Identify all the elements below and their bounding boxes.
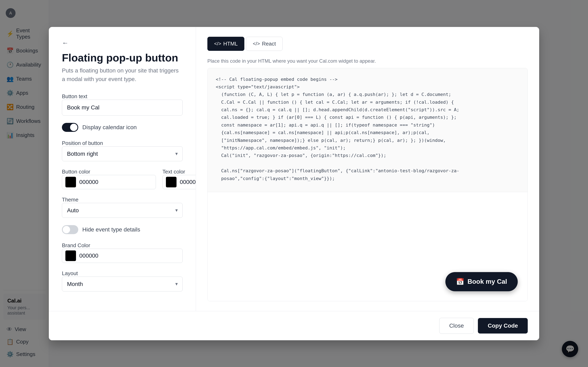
modal: ← Floating pop-up button Puts a floating… — [49, 27, 539, 340]
app-background: A ⚡ Event Types 📅 Bookings 🕐 Availabilit… — [0, 0, 588, 367]
theme-label: Theme — [62, 197, 78, 203]
position-label: Position of button — [62, 140, 103, 146]
layout-label: Layout — [62, 270, 78, 276]
modal-overlay[interactable]: ← Floating pop-up button Puts a floating… — [0, 0, 588, 367]
modal-subtitle: Puts a floating button on your site that… — [62, 66, 183, 83]
button-color-label: Button color — [62, 169, 90, 175]
html-tab-icon: </> — [214, 41, 221, 47]
display-calendar-icon-row: Display calendar icon — [62, 123, 183, 132]
text-color-label: Text color — [162, 169, 185, 175]
button-color-field: Button color — [62, 169, 156, 189]
floating-button-label: Book my Cal — [468, 278, 507, 285]
brand-color-field: Brand Color — [62, 242, 183, 263]
text-color-input[interactable] — [180, 179, 196, 185]
right-panel: </> HTML </> React Place this code in yo… — [196, 27, 539, 311]
back-icon: ← — [62, 39, 68, 47]
back-button[interactable]: ← — [62, 39, 183, 47]
theme-select-wrapper: Auto Light Dark ▾ — [62, 203, 183, 218]
button-color-swatch[interactable] — [65, 177, 76, 187]
tab-row: </> HTML </> React — [207, 37, 528, 51]
button-text-label: Button text — [62, 93, 87, 100]
copy-code-button[interactable]: Copy Code — [478, 318, 528, 334]
button-color-input[interactable] — [79, 179, 153, 185]
hide-event-label: Hide event type details — [82, 226, 140, 233]
react-tab-icon: </> — [253, 41, 260, 47]
modal-body: ← Floating pop-up button Puts a floating… — [49, 27, 539, 311]
tab-html[interactable]: </> HTML — [207, 37, 244, 51]
position-select-wrapper: Bottom right Bottom left Top right Top l… — [62, 146, 183, 161]
floating-button-preview[interactable]: 📅 Book my Cal — [445, 272, 518, 291]
code-area: <!-- Cal floating-popup embed code begin… — [207, 68, 528, 301]
button-color-input-row — [62, 175, 156, 189]
brand-color-input-row — [62, 249, 183, 263]
left-panel: ← Floating pop-up button Puts a floating… — [49, 27, 196, 311]
modal-footer: Close Copy Code — [49, 311, 539, 340]
code-block[interactable]: <!-- Cal floating-popup embed code begin… — [208, 68, 528, 192]
tab-html-label: HTML — [223, 41, 238, 47]
text-color-field: Text color — [162, 169, 196, 189]
button-text-field: Button text — [62, 93, 183, 123]
brand-color-input[interactable] — [79, 252, 179, 259]
calendar-icon: 📅 — [456, 278, 464, 285]
preview-area: 📅 Book my Cal — [208, 192, 528, 301]
tab-react-label: React — [262, 41, 276, 47]
theme-select[interactable]: Auto Light Dark — [62, 203, 183, 218]
text-color-swatch[interactable] — [166, 177, 177, 187]
brand-color-swatch[interactable] — [65, 250, 76, 261]
position-field: Position of button Bottom right Bottom l… — [62, 140, 183, 161]
hide-event-toggle[interactable] — [62, 225, 78, 234]
code-content: <!-- Cal floating-popup embed code begin… — [216, 75, 519, 182]
layout-field: Layout Month Week Day ▾ — [62, 270, 183, 292]
layout-select-wrapper: Month Week Day ▾ — [62, 276, 183, 292]
code-hint: Place this code in your HTML where you w… — [207, 58, 528, 64]
display-calendar-icon-label: Display calendar icon — [82, 124, 137, 131]
close-button[interactable]: Close — [439, 318, 474, 334]
position-select[interactable]: Bottom right Bottom left Top right Top l… — [62, 146, 183, 161]
theme-field: Theme Auto Light Dark ▾ — [62, 197, 183, 218]
hide-event-row: Hide event type details — [62, 225, 183, 234]
color-row: Button color Text color — [62, 169, 183, 189]
modal-title: Floating pop-up button — [62, 52, 183, 64]
layout-select[interactable]: Month Week Day — [62, 276, 183, 292]
tab-react[interactable]: </> React — [246, 37, 282, 51]
display-calendar-icon-toggle[interactable] — [62, 123, 78, 132]
button-text-input[interactable] — [62, 100, 183, 116]
brand-color-label: Brand Color — [62, 242, 90, 248]
text-color-input-row — [162, 175, 196, 189]
